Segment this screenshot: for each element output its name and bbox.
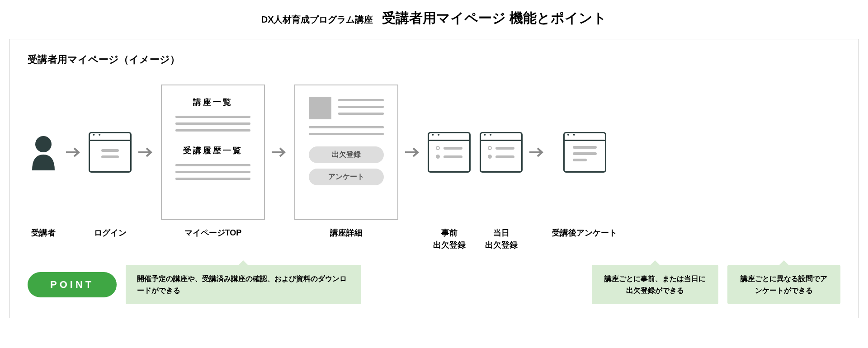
flow-student: 受講者 — [28, 85, 59, 239]
section-history: 受講履歴一覧 — [175, 145, 250, 156]
flow-course-detail: 出欠登録 アンケート 講座詳細 — [294, 85, 398, 239]
flow-attendance-pair: 事前 出欠登録 当日 出欠登録 — [428, 85, 523, 251]
flow-diagram: 受講者 ログイン 講座一覧 — [28, 85, 840, 251]
survey-icon — [563, 132, 606, 173]
callout-survey: 講座ごとに異なる設問でアンケートができる — [727, 265, 840, 304]
header-subtitle: DX人材育成プログラム講座 — [261, 14, 373, 24]
attendance-day-icon — [480, 132, 523, 173]
callout-attendance: 講座ごとに事前、または当日に出欠登録ができる — [592, 265, 718, 304]
pill-attendance: 出欠登録 — [309, 146, 384, 163]
detail-label: 講座詳細 — [330, 227, 363, 239]
mypage-label: マイページTOP — [184, 227, 242, 239]
login-window-icon — [89, 132, 132, 173]
login-label: ログイン — [94, 227, 127, 239]
arrow-icon — [529, 85, 545, 220]
arrow-icon — [138, 85, 154, 220]
pill-survey: アンケート — [309, 169, 384, 185]
flow-mypage-top: 講座一覧 受講履歴一覧 マイページTOP — [161, 85, 265, 239]
flow-attendance-day: 当日 出欠登録 — [480, 85, 523, 251]
detail-page-icon: 出欠登録 アンケート — [294, 85, 398, 220]
callouts-row: POINT 開催予定の講座や、受講済み講座の確認、および資料のダウンロードができ… — [28, 265, 840, 304]
mypage-page-icon: 講座一覧 受講履歴一覧 — [161, 85, 265, 220]
diagram-subtitle: 受講者用マイページ（イメージ） — [28, 53, 840, 66]
arrow-icon — [66, 85, 82, 220]
student-label: 受講者 — [31, 227, 56, 239]
survey-label: 受講後アンケート — [552, 227, 617, 239]
person-icon — [28, 134, 59, 170]
page-header: DX人材育成プログラム講座 受講者用マイページ 機能とポイント — [9, 9, 859, 28]
flow-attendance-before: 事前 出欠登録 — [428, 85, 471, 251]
arrow-icon — [405, 85, 421, 220]
flow-login: ログイン — [89, 85, 132, 239]
point-badge: POINT — [28, 272, 117, 297]
flow-survey: 受講後アンケート — [552, 85, 617, 239]
attendance-before-icon — [428, 132, 471, 173]
attendance-day-label: 当日 出欠登録 — [485, 227, 518, 251]
svg-point-0 — [35, 136, 52, 152]
arrow-icon — [272, 85, 288, 220]
attendance-before-label: 事前 出欠登録 — [433, 227, 466, 251]
callout-mypage: 開催予定の講座や、受講済み講座の確認、および資料のダウンロードができる — [126, 265, 361, 304]
section-courses: 講座一覧 — [175, 97, 250, 108]
header-title: 受講者用マイページ 機能とポイント — [382, 10, 607, 25]
diagram-container: 受講者用マイページ（イメージ） 受講者 ログイン — [9, 39, 859, 318]
